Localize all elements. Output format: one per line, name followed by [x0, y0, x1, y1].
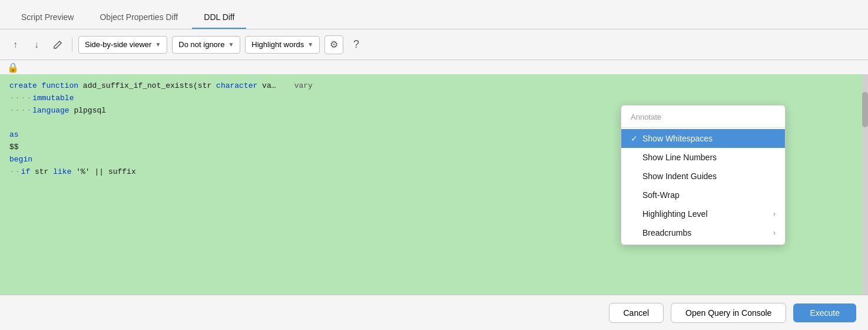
highlight-dropdown-label: Highlight words	[251, 40, 304, 49]
menu-item-breadcrumbs[interactable]: Breadcrumbs ›	[621, 223, 785, 242]
submenu-arrow-icon: ›	[773, 210, 776, 218]
menu-item-show-indent-guides[interactable]: Show Indent Guides	[621, 167, 785, 186]
tab-bar: Script Preview Object Properties Diff DD…	[0, 0, 868, 29]
main-area: create function add_suffix_if_not_exists…	[0, 74, 868, 295]
viewer-dropdown-label: Side-by-side viewer	[85, 40, 151, 49]
scrollbar-track[interactable]	[862, 74, 868, 295]
no-check-icon	[631, 209, 642, 219]
tab-object-properties-diff[interactable]: Object Properties Diff	[88, 6, 190, 29]
menu-item-soft-wrap[interactable]: Soft-Wrap	[621, 186, 785, 204]
settings-dropdown-menu: Annotate ✓ Show Whitespaces Show Line Nu…	[621, 105, 786, 245]
menu-item-show-line-numbers[interactable]: Show Line Numbers	[621, 148, 785, 167]
submenu-arrow-icon: ›	[773, 229, 776, 237]
menu-divider	[621, 127, 785, 128]
menu-item-label: Show Whitespaces	[642, 134, 776, 143]
help-button[interactable]: ?	[348, 37, 365, 53]
edit-icon	[53, 40, 62, 50]
no-check-icon	[631, 228, 642, 237]
highlight-dropdown-chevron: ▼	[307, 41, 313, 48]
viewer-dropdown-chevron: ▼	[155, 41, 161, 48]
menu-item-label: Highlighting Level	[642, 209, 773, 219]
tab-ddl-diff[interactable]: DDL Diff	[192, 6, 246, 29]
lock-row: 🔒	[0, 60, 868, 74]
menu-item-label: Show Indent Guides	[642, 171, 776, 181]
ignore-dropdown-label: Do not ignore	[178, 40, 224, 49]
no-check-icon	[631, 153, 642, 162]
ignore-dropdown-chevron: ▼	[228, 41, 234, 48]
execute-button[interactable]: Execute	[793, 303, 856, 322]
menu-item-show-whitespaces[interactable]: ✓ Show Whitespaces	[621, 129, 785, 148]
code-line-2: ····immutable	[9, 93, 859, 105]
menu-header: Annotate	[621, 108, 785, 126]
no-check-icon	[631, 171, 642, 181]
help-icon: ?	[353, 38, 359, 51]
code-line-1: create function add_suffix_if_not_exists…	[9, 80, 859, 93]
scrollbar-thumb[interactable]	[862, 92, 868, 127]
edit-button[interactable]	[49, 37, 66, 53]
lock-icon: 🔒	[7, 62, 19, 73]
toolbar: ↑ ↓ Side-by-side viewer ▼ Do not ignore …	[0, 29, 868, 60]
menu-item-label: Soft-Wrap	[642, 190, 776, 200]
check-icon: ✓	[631, 134, 642, 143]
separator	[72, 38, 72, 52]
tab-script-preview[interactable]: Script Preview	[9, 6, 85, 29]
down-button[interactable]: ↓	[28, 37, 45, 53]
viewer-dropdown[interactable]: Side-by-side viewer ▼	[78, 36, 167, 54]
menu-item-label: Show Line Numbers	[642, 153, 776, 162]
gear-icon: ⚙	[330, 39, 338, 50]
gear-button[interactable]: ⚙	[324, 35, 343, 54]
no-check-icon	[631, 190, 642, 200]
ignore-dropdown[interactable]: Do not ignore ▼	[172, 36, 240, 54]
menu-item-highlighting-level[interactable]: Highlighting Level ›	[621, 204, 785, 223]
menu-item-label: Breadcrumbs	[642, 228, 773, 237]
open-query-button[interactable]: Open Query in Console	[671, 303, 786, 323]
cancel-button[interactable]: Cancel	[609, 303, 664, 323]
up-button[interactable]: ↑	[7, 37, 24, 53]
highlight-dropdown[interactable]: Highlight words ▼	[245, 36, 320, 54]
bottom-bar: Cancel Open Query in Console Execute	[0, 295, 868, 330]
